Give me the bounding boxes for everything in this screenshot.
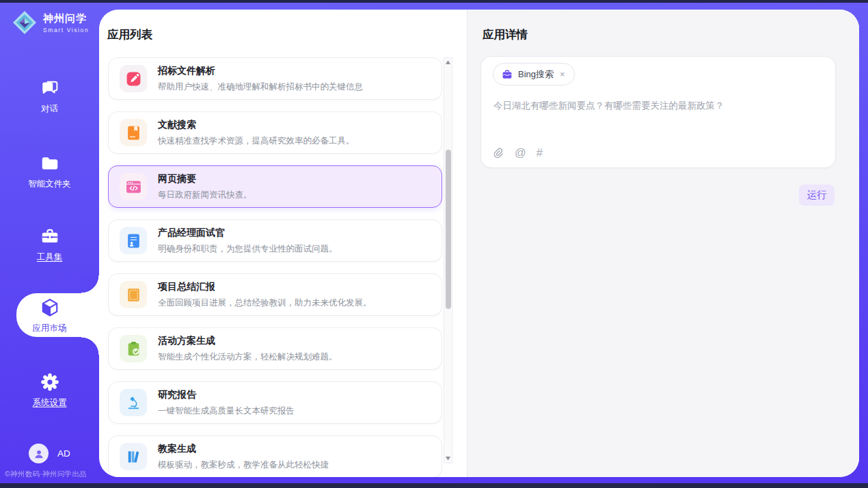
- app-card-literature-search[interactable]: 文献搜索 快速精准查找学术资源，提高研究效率的必备工具。: [108, 111, 442, 154]
- app-card-desc: 明确身份和职责，为您提供专业性的面试问题。: [158, 243, 338, 255]
- app-detail-card: Bing搜索 × 今日湖北有哪些新闻要点？有哪些需要关注的最新政策？ @ #: [480, 56, 836, 168]
- tool-tag-bing-search[interactable]: Bing搜索 ×: [493, 63, 575, 85]
- app-card-lesson-plan[interactable]: 教案生成 模板驱动，教案秒成，教学准备从此轻松快捷: [108, 435, 442, 477]
- toolbox-icon: [40, 226, 60, 247]
- app-card-desc: 智能生成个性化活动方案，轻松解决规划难题。: [158, 351, 338, 363]
- app-detail-pane: 应用详情 Bing搜索 × 今日湖北有哪些新闻要点？有哪些需要关注的最新政策？: [467, 10, 859, 477]
- tag-close-icon[interactable]: ×: [559, 69, 566, 79]
- app-detail-title: 应用详情: [483, 27, 528, 42]
- app-list-title: 应用列表: [107, 27, 152, 42]
- scroll-up-icon[interactable]: [446, 61, 450, 64]
- brand-logo: 神州问学 Smart Vision: [11, 9, 89, 36]
- app-tile: [120, 227, 147, 254]
- brand-subtitle: Smart Vision: [43, 27, 89, 33]
- app-card-project-summary[interactable]: 项目总结汇报 全面回顾项目进展，总结经验教训，助力未来优化发展。: [108, 273, 442, 316]
- avatar: [29, 444, 49, 463]
- resume-icon: [125, 232, 142, 249]
- app-list-scrollbar[interactable]: [444, 57, 452, 463]
- app-card-desc: 全面回顾项目进展，总结经验教训，助力未来优化发展。: [158, 297, 372, 309]
- sidebar-item-smart-folder[interactable]: 智能文件夹: [0, 153, 99, 190]
- sidebar-item-settings[interactable]: 系统设置: [0, 372, 99, 409]
- sidebar-item-toolset[interactable]: 工具集: [0, 226, 99, 263]
- app-card-title: 研究报告: [158, 389, 295, 401]
- books-icon: [125, 448, 142, 465]
- app-tile: [120, 389, 147, 416]
- book-icon: [125, 124, 142, 141]
- query-text[interactable]: 今日湖北有哪些新闻要点？有哪些需要关注的最新政策？: [493, 99, 822, 113]
- app-card-desc: 一键智能生成高质量长文本研究报告: [158, 405, 295, 417]
- sidebar-item-label: 工具集: [0, 252, 99, 263]
- hash-icon[interactable]: #: [537, 147, 543, 159]
- content-panel: 应用列表 招标文件解析 帮助用户快速、准确地理解和解析招标书中的关键信息: [99, 10, 859, 477]
- briefcase-icon: [502, 69, 513, 80]
- sidebar-item-label: 系统设置: [0, 397, 99, 409]
- sidebar-item-label: 智能文件夹: [0, 178, 99, 190]
- sidebar: 神州问学 Smart Vision 对话 智能文件夹: [0, 3, 99, 483]
- run-button[interactable]: 运行: [799, 185, 835, 206]
- app-tile: [120, 65, 147, 92]
- brand-name: 神州问学: [43, 12, 89, 25]
- microscope-icon: [125, 394, 142, 411]
- app-card-title: 活动方案生成: [158, 335, 338, 347]
- scrollbar-thumb[interactable]: [446, 150, 451, 309]
- report-icon: [125, 286, 142, 303]
- cube-icon: [40, 297, 60, 318]
- person-icon: [33, 448, 44, 459]
- brand-diamond-icon: [11, 9, 38, 36]
- edit-document-icon: [125, 70, 142, 87]
- app-card-pm-interviewer[interactable]: 产品经理面试官 明确身份和职责，为您提供专业性的面试问题。: [108, 219, 442, 262]
- sidebar-item-label: 应用市场: [0, 323, 99, 334]
- app-tile: [120, 335, 147, 362]
- sidebar-item-app-market[interactable]: 应用市场: [16, 293, 99, 337]
- user-name: AD: [57, 448, 70, 459]
- app-card-title: 招标文件解析: [158, 65, 363, 77]
- app-list-pane: 应用列表 招标文件解析 帮助用户快速、准确地理解和解析招标书中的关键信息: [99, 10, 467, 477]
- app-card-title: 项目总结汇报: [158, 281, 372, 293]
- app-card-desc: 每日政府新闻资讯快查。: [158, 189, 252, 201]
- chat-icon: [40, 78, 60, 98]
- app-card-web-summary[interactable]: 网页摘要 每日政府新闻资讯快查。: [108, 165, 442, 208]
- app-card-bid-parse[interactable]: 招标文件解析 帮助用户快速、准确地理解和解析招标书中的关键信息: [108, 57, 442, 100]
- sidebar-item-label: 对话: [0, 103, 99, 115]
- app-tile: [120, 281, 147, 308]
- app-card-title: 产品经理面试官: [158, 227, 338, 239]
- app-card-title: 文献搜索: [158, 119, 355, 131]
- app-window: 神州问学 Smart Vision 对话 智能文件夹: [0, 0, 868, 488]
- app-card-list: 招标文件解析 帮助用户快速、准确地理解和解析招标书中的关键信息 文献搜索: [108, 57, 442, 477]
- app-card-research-report[interactable]: 研究报告 一键智能生成高质量长文本研究报告: [108, 381, 442, 424]
- app-tile: [120, 119, 147, 146]
- web-code-icon: [125, 178, 142, 195]
- app-tile: [120, 173, 147, 200]
- tool-tag-label: Bing搜索: [518, 68, 554, 81]
- attachment-toolbar: @ #: [493, 146, 543, 159]
- copyright-text: ©神州数码·神州问学出品: [5, 470, 87, 479]
- app-card-title: 教案生成: [158, 443, 329, 455]
- app-tile: [120, 443, 147, 470]
- folder-icon: [40, 153, 60, 174]
- paperclip-icon[interactable]: [493, 146, 504, 159]
- app-card-title: 网页摘要: [158, 173, 252, 185]
- user-account[interactable]: AD: [0, 444, 99, 463]
- scroll-down-icon[interactable]: [446, 457, 450, 460]
- app-card-desc: 帮助用户快速、准确地理解和解析招标书中的关键信息: [158, 81, 363, 93]
- app-card-desc: 快速精准查找学术资源，提高研究效率的必备工具。: [158, 135, 355, 147]
- app-card-event-plan[interactable]: 活动方案生成 智能生成个性化活动方案，轻松解决规划难题。: [108, 327, 442, 370]
- sidebar-item-chat[interactable]: 对话: [0, 78, 99, 115]
- clipboard-check-icon: [125, 340, 142, 357]
- mention-at-icon[interactable]: @: [515, 147, 526, 159]
- gear-icon: [40, 372, 60, 392]
- app-card-desc: 模板驱动，教案秒成，教学准备从此轻松快捷: [158, 459, 329, 471]
